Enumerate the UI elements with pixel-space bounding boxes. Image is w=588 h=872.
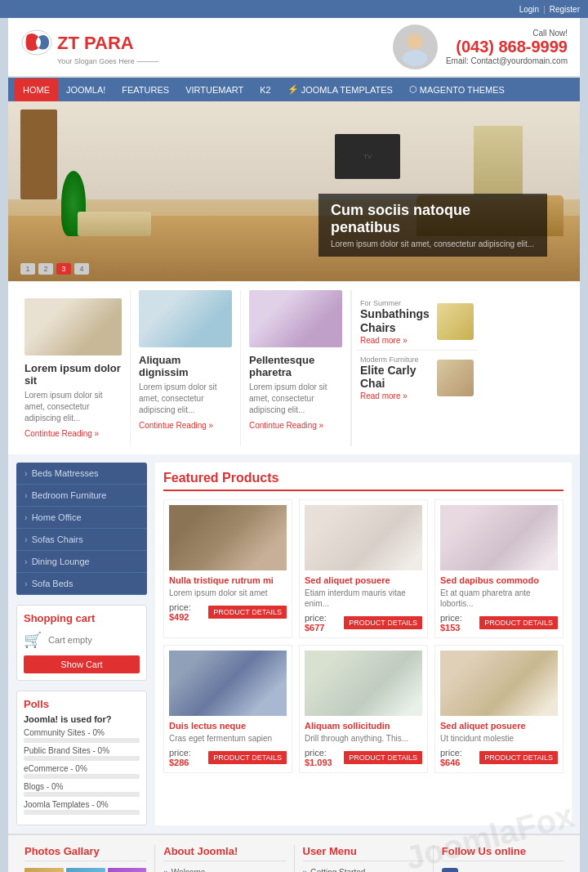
- feat-desc-3: Lorem ipsum dolor sit amet, consectetur …: [249, 382, 342, 416]
- about-title: About Joomla!: [163, 845, 285, 861]
- user-menu-title: User Menu: [303, 845, 425, 861]
- product-detail-btn-2[interactable]: PRODUCT DETAILS: [344, 616, 422, 629]
- promo-2-link[interactable]: Read more »: [360, 391, 408, 400]
- product-name-6[interactable]: Sed aliquet posuere: [440, 721, 558, 731]
- product-4: Duis lectus neque Cras eget fermentum sa…: [163, 645, 292, 773]
- svg-point-2: [403, 50, 427, 66]
- separator: |: [543, 5, 546, 14]
- two-column-layout: Beds Mattresses Bedroom Furniture Home O…: [8, 454, 580, 834]
- promo-1-img: [437, 303, 474, 340]
- cart-title: Shopping cart: [24, 612, 140, 624]
- promo-1-text: For Summer Sunbathings Chairs Read more …: [360, 299, 437, 345]
- nav-joomla[interactable]: JOOMLA!: [58, 78, 114, 101]
- nav-k2[interactable]: K2: [252, 78, 278, 101]
- show-cart-button[interactable]: Show Cart: [24, 655, 140, 673]
- nav-joomla-templates[interactable]: ⚡ JOOMLA TEMPLATES: [279, 78, 401, 101]
- gallery-thumb-2[interactable]: [66, 868, 105, 872]
- email-address: Email: Contact@yourdomain.com: [446, 56, 568, 65]
- poll-item-1: Community Sites - 0%: [24, 728, 140, 743]
- poll-label-3: eCommerce - 0%: [24, 764, 140, 773]
- menu-item-bedroom[interactable]: Bedroom Furniture: [16, 485, 147, 507]
- feat-desc-2: Lorem ipsum dolor sit amet, consectetur …: [139, 382, 232, 416]
- product-desc-3: Et at quam pharetra ante lobortis...: [440, 588, 558, 609]
- feat-link-1[interactable]: Contintue Reading »: [24, 429, 99, 438]
- promo-1: For Summer Sunbathings Chairs Read more …: [356, 294, 478, 351]
- product-name-4[interactable]: Duis lectus neque: [169, 721, 287, 731]
- promo-1-link[interactable]: Read more »: [360, 336, 408, 345]
- product-1: Nulla tristique rutrum mi Lorem ipsum do…: [163, 499, 292, 638]
- dot-1[interactable]: 1: [20, 263, 35, 275]
- polls-question: Joomla! is used for?: [24, 714, 140, 724]
- menu-item-sofa-beds[interactable]: Sofa Beds: [16, 573, 147, 595]
- feat-title-2: Aliquam dignissim: [139, 354, 232, 378]
- dot-3[interactable]: 3: [56, 263, 71, 275]
- feat-link-2[interactable]: Contintue Reading »: [139, 421, 213, 430]
- gallery-grid: [24, 868, 146, 872]
- menu-item-beds[interactable]: Beds Mattresses: [16, 463, 147, 485]
- poll-item-2: Public Brand Sites - 0%: [24, 746, 140, 761]
- polls-title: Polls: [24, 698, 140, 710]
- feat-img-1: [24, 298, 122, 356]
- login-link[interactable]: Login: [519, 5, 539, 14]
- product-detail-btn-6[interactable]: PRODUCT DETAILS: [479, 751, 558, 764]
- products-grid: Nulla tristique rutrum mi Lorem ipsum do…: [163, 499, 564, 773]
- header: ZT PARA Your Slogan Goes Here ——— Call N…: [8, 18, 580, 78]
- footer-gallery: Photos Gallary: [16, 845, 155, 872]
- feat-title-1: Lorem ipsum dolor sit: [24, 362, 122, 387]
- slider-caption: Cum sociis natoque penatibus Lorem ipsum…: [318, 194, 547, 257]
- feat-link-3[interactable]: Contintue Reading »: [249, 421, 323, 430]
- menu-item-sofas[interactable]: Sofas Chairs: [16, 529, 147, 551]
- product-5: Aliquam sollicitudin Drill through anyth…: [299, 645, 428, 773]
- product-detail-btn-1[interactable]: PRODUCT DETAILS: [208, 606, 287, 619]
- social-title: Follow Us online: [442, 845, 564, 861]
- nav-magento[interactable]: ⬡ MAGENTO THEMES: [401, 78, 513, 101]
- top-bar: Login | Register: [0, 0, 588, 18]
- featured-products-title: Featured Products: [163, 471, 564, 491]
- about-link-welcome[interactable]: Welcome: [163, 868, 285, 872]
- nav-virtuemart[interactable]: VIRTUEMART: [177, 78, 252, 101]
- footer-top: Photos Gallary About Joomla! Welcome Gro…: [8, 834, 580, 872]
- menu-item-home-office[interactable]: Home Office: [16, 507, 147, 529]
- polls-box: Polls Joomla! is used for? Community Sit…: [16, 691, 147, 825]
- product-desc-6: Ut tincidunt molestie: [440, 733, 558, 744]
- nav-home[interactable]: HOME: [15, 78, 58, 101]
- featured-row: Lorem ipsum dolor sit Lorem ipsum dolor …: [8, 281, 580, 454]
- facebook-icon: f: [442, 868, 458, 872]
- poll-label-1: Community Sites - 0%: [24, 728, 140, 737]
- gallery-thumb-3[interactable]: [108, 868, 147, 872]
- product-name-2[interactable]: Sed aliquet posuere: [305, 575, 422, 585]
- feat-item-3: Pellentesque pharetra Lorem ipsum dolor …: [241, 290, 351, 446]
- product-detail-btn-4[interactable]: PRODUCT DETAILS: [208, 751, 287, 764]
- logo-slogan: Your Slogan Goes Here ———: [57, 57, 158, 65]
- dot-4[interactable]: 4: [74, 263, 89, 275]
- dot-2[interactable]: 2: [38, 263, 53, 275]
- product-footer-6: price: $646 PRODUCT DETAILS: [440, 748, 558, 767]
- footer-user-menu: User Menu Getting Started Using Joomla! …: [295, 845, 434, 872]
- user-link-getting-started[interactable]: Getting Started: [303, 868, 425, 872]
- product-desc-2: Etiam interdum mauris vitae enim...: [305, 588, 422, 609]
- gallery-title: Photos Gallary: [24, 845, 146, 861]
- product-desc-4: Cras eget fermentum sapien: [169, 733, 287, 744]
- product-desc-1: Lorem ipsum dolor sit amet: [169, 588, 287, 598]
- social-facebook[interactable]: f Follow on Facebook: [442, 868, 564, 872]
- menu-item-dining[interactable]: Dining Lounge: [16, 551, 147, 573]
- product-img-2: [305, 505, 422, 570]
- slider: TV Cum sociis natoque penatibus Lorem ip…: [8, 101, 580, 281]
- product-detail-btn-5[interactable]: PRODUCT DETAILS: [344, 751, 422, 764]
- product-price-4: price: $286: [169, 748, 208, 767]
- gallery-thumb-1[interactable]: [24, 868, 64, 872]
- cart-empty-label: Cart empty: [48, 635, 92, 645]
- product-price-3: price: $153: [440, 613, 479, 633]
- product-name-3[interactable]: Sed dapibus commodo: [440, 575, 558, 585]
- poll-item-5: Joomla Templates - 0%: [24, 800, 140, 815]
- product-name-1[interactable]: Nulla tristique rutrum mi: [169, 575, 287, 585]
- register-link[interactable]: Register: [550, 5, 580, 14]
- main-content: TV Cum sociis natoque penatibus Lorem ip…: [8, 101, 580, 872]
- nav-features[interactable]: FEATURES: [114, 78, 177, 101]
- promo-2: Moderm Furniture Elite Carly Chai Read m…: [356, 351, 478, 406]
- product-detail-btn-3[interactable]: PRODUCT DETAILS: [479, 616, 558, 629]
- product-price-6: price: $646: [440, 748, 479, 767]
- product-2: Sed aliquet posuere Etiam interdum mauri…: [299, 499, 428, 638]
- logo-icon: [20, 29, 53, 57]
- product-name-5[interactable]: Aliquam sollicitudin: [305, 721, 422, 731]
